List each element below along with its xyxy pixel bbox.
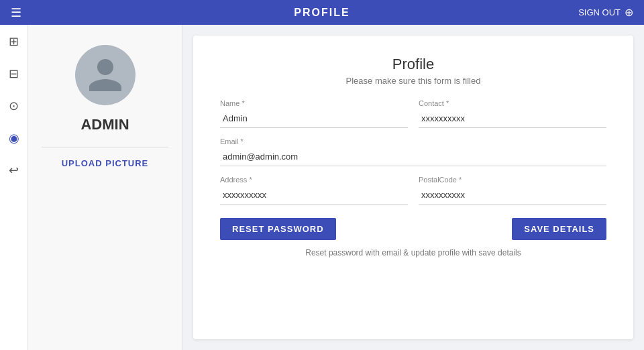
admin-name-label: ADMIN [80, 116, 129, 133]
form-actions: RESET PASSWORD SAVE DETAILS [220, 218, 606, 240]
profile-form-panel: Profile Please make sure this form is fi… [193, 36, 633, 339]
email-row: Email * [220, 137, 606, 166]
name-label: Name * [220, 99, 408, 107]
postal-input[interactable] [419, 186, 606, 205]
address-postal-row: Address * PostalCode * [220, 176, 606, 205]
panel-divider [42, 147, 168, 148]
email-input[interactable] [220, 148, 606, 166]
save-details-button[interactable]: SAVE DETAILS [512, 218, 606, 240]
name-field-group: Name * [220, 99, 408, 128]
sidebar: ⊞ ⊟ ⊙ ◉ ↩ [0, 25, 28, 350]
address-input[interactable] [220, 186, 408, 205]
menu-icon[interactable]: ☰ [11, 5, 21, 20]
form-title: Profile [220, 56, 606, 73]
form-note: Reset password with email & update profi… [220, 248, 606, 257]
user-icon[interactable]: ◉ [6, 128, 22, 148]
users-icon[interactable]: ⊙ [6, 96, 21, 116]
sign-out-icon: ⊕ [625, 6, 633, 19]
top-navigation: ☰ PROFILE SIGN OUT ⊕ [0, 0, 644, 25]
address-field-group: Address * [220, 176, 408, 205]
form-subtitle: Please make sure this form is filled [220, 76, 606, 86]
upload-picture-button[interactable]: UPLOAD PICTURE [62, 158, 149, 168]
postal-label: PostalCode * [419, 176, 606, 184]
email-field-group: Email * [220, 137, 606, 166]
avatar [75, 45, 136, 105]
contact-input[interactable] [419, 109, 606, 128]
dashboard-icon[interactable]: ⊞ [6, 32, 21, 52]
logout-sidebar-icon[interactable]: ↩ [6, 160, 21, 180]
main-layout: ⊞ ⊟ ⊙ ◉ ↩ ADMIN UPLOAD PICTURE Profile P… [0, 25, 644, 350]
reset-password-button[interactable]: RESET PASSWORD [220, 218, 336, 240]
contact-label: Contact * [419, 99, 606, 107]
left-panel: ADMIN UPLOAD PICTURE [28, 25, 182, 350]
postal-field-group: PostalCode * [419, 176, 606, 205]
contact-field-group: Contact * [419, 99, 606, 128]
address-label: Address * [220, 176, 408, 184]
cart-icon[interactable]: ⊟ [6, 64, 21, 84]
sign-out-label: SIGN OUT [578, 7, 621, 17]
avatar-icon [85, 55, 125, 95]
name-contact-row: Name * Contact * [220, 99, 606, 128]
page-title: PROFILE [294, 7, 350, 19]
email-label: Email * [220, 137, 606, 145]
name-input[interactable] [220, 109, 408, 128]
sign-out-button[interactable]: SIGN OUT ⊕ [578, 6, 633, 19]
